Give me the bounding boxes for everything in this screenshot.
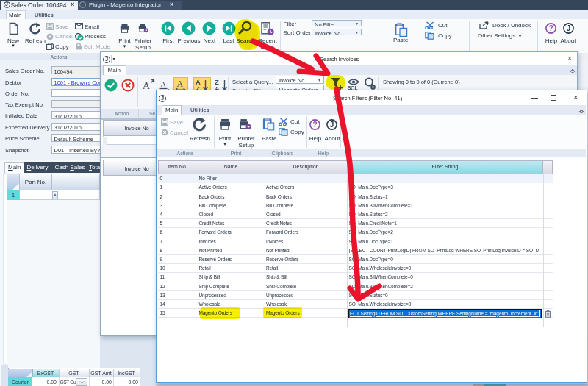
svg-text:J: J [567,24,571,32]
svg-text:?: ? [548,24,553,32]
svg-text:J: J [330,121,334,129]
svg-text:A: A [160,79,167,90]
svg-text:A: A [143,80,151,91]
svg-text:A: A [176,78,183,88]
svg-text:?: ? [312,121,317,129]
